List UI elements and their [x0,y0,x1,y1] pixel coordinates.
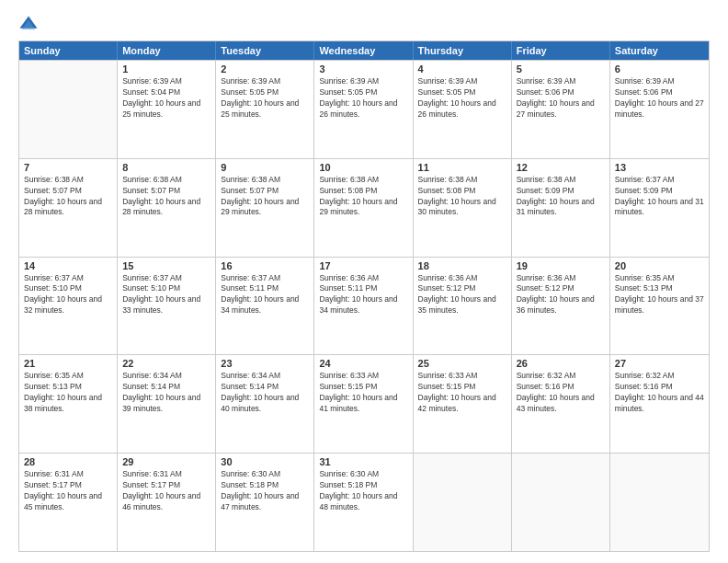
day-number: 30 [221,456,309,467]
calendar-cell: 23Sunrise: 6:34 AM Sunset: 5:14 PM Dayli… [216,355,314,453]
cell-info: Sunrise: 6:32 AM Sunset: 5:16 PM Dayligh… [615,371,704,415]
calendar-cell: 26Sunrise: 6:32 AM Sunset: 5:16 PM Dayli… [512,355,610,453]
calendar-cell: 24Sunrise: 6:33 AM Sunset: 5:15 PM Dayli… [314,355,413,453]
calendar-row: 14Sunrise: 6:37 AM Sunset: 5:10 PM Dayli… [19,257,709,355]
calendar-row: 28Sunrise: 6:31 AM Sunset: 5:17 PM Dayli… [19,453,709,551]
cell-info: Sunrise: 6:36 AM Sunset: 5:12 PM Dayligh… [418,273,506,317]
cell-info: Sunrise: 6:38 AM Sunset: 5:09 PM Dayligh… [517,175,605,219]
day-number: 12 [517,162,605,173]
cell-info: Sunrise: 6:38 AM Sunset: 5:07 PM Dayligh… [24,175,112,219]
cell-info: Sunrise: 6:39 AM Sunset: 5:05 PM Dayligh… [319,76,407,121]
calendar-cell [512,454,610,551]
calendar-cell: 31Sunrise: 6:30 AM Sunset: 5:18 PM Dayli… [314,454,413,551]
calendar: SundayMondayTuesdayWednesdayThursdayFrid… [18,40,710,552]
cell-info: Sunrise: 6:31 AM Sunset: 5:17 PM Dayligh… [122,469,210,513]
cell-info: Sunrise: 6:32 AM Sunset: 5:16 PM Dayligh… [517,371,605,415]
cell-info: Sunrise: 6:39 AM Sunset: 5:05 PM Dayligh… [418,76,506,121]
day-number: 17 [319,260,407,271]
day-number: 11 [418,162,506,173]
calendar-row: 1Sunrise: 6:39 AM Sunset: 5:04 PM Daylig… [19,60,709,158]
calendar-cell: 4Sunrise: 6:39 AM Sunset: 5:05 PM Daylig… [414,61,512,158]
day-number: 1 [122,63,210,75]
calendar-cell: 6Sunrise: 6:39 AM Sunset: 5:06 PM Daylig… [610,61,709,158]
calendar-cell [610,454,709,551]
cell-info: Sunrise: 6:34 AM Sunset: 5:14 PM Dayligh… [221,371,309,415]
day-number: 6 [615,63,704,75]
cell-info: Sunrise: 6:30 AM Sunset: 5:18 PM Dayligh… [319,469,407,513]
weekday-header: Tuesday [216,41,314,60]
day-number: 7 [24,162,112,173]
cell-info: Sunrise: 6:37 AM Sunset: 5:09 PM Dayligh… [615,175,704,219]
cell-info: Sunrise: 6:34 AM Sunset: 5:14 PM Dayligh… [122,371,210,415]
calendar-cell: 22Sunrise: 6:34 AM Sunset: 5:14 PM Dayli… [118,355,216,453]
cell-info: Sunrise: 6:36 AM Sunset: 5:12 PM Dayligh… [517,273,605,317]
weekday-header: Sunday [19,41,118,60]
weekday-header: Thursday [414,41,512,60]
day-number: 14 [24,260,112,271]
day-number: 21 [24,358,112,369]
calendar-cell: 29Sunrise: 6:31 AM Sunset: 5:17 PM Dayli… [118,454,216,551]
calendar-cell: 8Sunrise: 6:38 AM Sunset: 5:07 PM Daylig… [118,159,216,257]
calendar-cell: 7Sunrise: 6:38 AM Sunset: 5:07 PM Daylig… [19,159,118,257]
calendar-cell: 3Sunrise: 6:39 AM Sunset: 5:05 PM Daylig… [314,61,413,158]
day-number: 4 [418,63,506,75]
weekday-header: Monday [118,41,216,60]
day-number: 26 [517,358,605,369]
cell-info: Sunrise: 6:39 AM Sunset: 5:04 PM Dayligh… [122,76,210,121]
calendar-cell [414,454,512,551]
calendar-cell: 2Sunrise: 6:39 AM Sunset: 5:05 PM Daylig… [216,61,314,158]
day-number: 19 [517,260,605,271]
cell-info: Sunrise: 6:37 AM Sunset: 5:10 PM Dayligh… [122,273,210,317]
calendar-cell [19,61,118,158]
day-number: 25 [418,358,506,369]
day-number: 5 [517,63,605,75]
day-number: 22 [122,358,210,369]
calendar-cell: 19Sunrise: 6:36 AM Sunset: 5:12 PM Dayli… [512,258,610,355]
calendar-cell: 20Sunrise: 6:35 AM Sunset: 5:13 PM Dayli… [610,258,709,355]
calendar-cell: 1Sunrise: 6:39 AM Sunset: 5:04 PM Daylig… [118,61,216,158]
logo [18,15,42,35]
day-number: 3 [319,63,407,75]
cell-info: Sunrise: 6:38 AM Sunset: 5:08 PM Dayligh… [418,175,506,219]
header [18,15,710,35]
calendar-cell: 17Sunrise: 6:36 AM Sunset: 5:11 PM Dayli… [314,258,413,355]
day-number: 23 [221,358,309,369]
calendar-cell: 18Sunrise: 6:36 AM Sunset: 5:12 PM Dayli… [414,258,512,355]
cell-info: Sunrise: 6:39 AM Sunset: 5:05 PM Dayligh… [221,76,309,121]
weekday-header: Wednesday [314,41,413,60]
calendar-cell: 21Sunrise: 6:35 AM Sunset: 5:13 PM Dayli… [19,355,118,453]
day-number: 20 [615,260,704,271]
calendar-cell: 28Sunrise: 6:31 AM Sunset: 5:17 PM Dayli… [19,454,118,551]
cell-info: Sunrise: 6:38 AM Sunset: 5:07 PM Dayligh… [221,175,309,219]
calendar-row: 21Sunrise: 6:35 AM Sunset: 5:13 PM Dayli… [19,354,709,453]
calendar-cell: 13Sunrise: 6:37 AM Sunset: 5:09 PM Dayli… [610,159,709,257]
calendar-body: 1Sunrise: 6:39 AM Sunset: 5:04 PM Daylig… [19,60,709,551]
calendar-cell: 16Sunrise: 6:37 AM Sunset: 5:11 PM Dayli… [216,258,314,355]
page: SundayMondayTuesdayWednesdayThursdayFrid… [0,0,728,563]
calendar-cell: 5Sunrise: 6:39 AM Sunset: 5:06 PM Daylig… [512,61,610,158]
cell-info: Sunrise: 6:39 AM Sunset: 5:06 PM Dayligh… [517,76,605,121]
calendar-cell: 9Sunrise: 6:38 AM Sunset: 5:07 PM Daylig… [216,159,314,257]
cell-info: Sunrise: 6:39 AM Sunset: 5:06 PM Dayligh… [615,76,704,121]
day-number: 10 [319,162,407,173]
calendar-row: 7Sunrise: 6:38 AM Sunset: 5:07 PM Daylig… [19,158,709,257]
day-number: 9 [221,162,309,173]
calendar-cell: 14Sunrise: 6:37 AM Sunset: 5:10 PM Dayli… [19,258,118,355]
calendar-header: SundayMondayTuesdayWednesdayThursdayFrid… [19,41,709,60]
logo-icon [18,15,39,35]
day-number: 27 [615,358,704,369]
calendar-cell: 15Sunrise: 6:37 AM Sunset: 5:10 PM Dayli… [118,258,216,355]
weekday-header: Saturday [610,41,709,60]
day-number: 18 [418,260,506,271]
cell-info: Sunrise: 6:38 AM Sunset: 5:07 PM Dayligh… [122,175,210,219]
day-number: 28 [24,456,112,467]
calendar-cell: 25Sunrise: 6:33 AM Sunset: 5:15 PM Dayli… [414,355,512,453]
cell-info: Sunrise: 6:35 AM Sunset: 5:13 PM Dayligh… [24,371,112,415]
cell-info: Sunrise: 6:37 AM Sunset: 5:11 PM Dayligh… [221,273,309,317]
cell-info: Sunrise: 6:33 AM Sunset: 5:15 PM Dayligh… [418,371,506,415]
day-number: 29 [122,456,210,467]
day-number: 2 [221,63,309,75]
day-number: 31 [319,456,407,467]
cell-info: Sunrise: 6:38 AM Sunset: 5:08 PM Dayligh… [319,175,407,219]
day-number: 13 [615,162,704,173]
